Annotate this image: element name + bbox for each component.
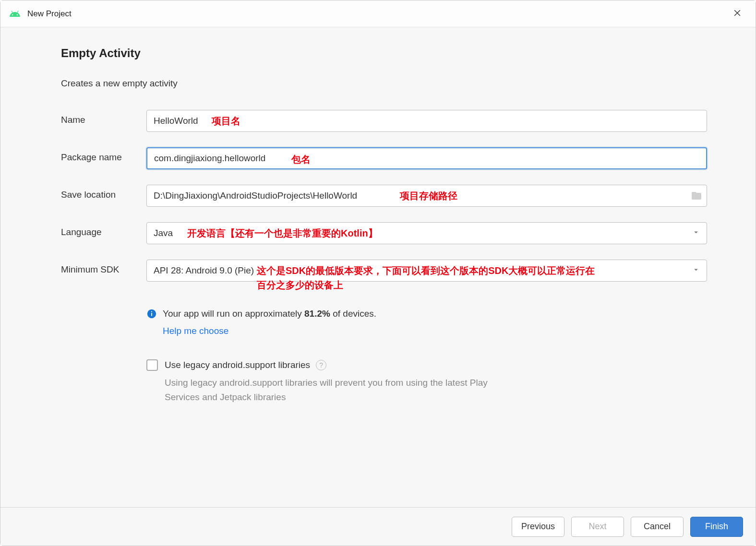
android-icon <box>9 8 21 20</box>
help-icon[interactable]: ? <box>316 360 326 370</box>
window-title: New Project <box>27 9 728 19</box>
close-icon[interactable] <box>728 5 747 23</box>
button-bar: Previous Next Cancel Finish <box>0 507 756 546</box>
form-row-save-location: Save location 项目存储路径 <box>61 185 712 207</box>
folder-icon[interactable] <box>691 190 702 202</box>
form-row-package: Package name 包名 <box>61 147 712 169</box>
language-label: Language <box>61 222 146 237</box>
legacy-checkbox-row: Use legacy android.support libraries ? U… <box>146 359 707 405</box>
legacy-checkbox[interactable] <box>146 359 158 371</box>
finish-button[interactable]: Finish <box>690 517 743 537</box>
content-area: Empty Activity Creates a new empty activ… <box>0 27 756 507</box>
cancel-button[interactable]: Cancel <box>631 517 684 537</box>
min-sdk-select[interactable]: API 28: Android 9.0 (Pie) <box>146 260 707 282</box>
next-button: Next <box>571 517 624 537</box>
titlebar: New Project <box>0 0 756 27</box>
name-input[interactable] <box>146 110 707 132</box>
svg-rect-1 <box>151 313 152 316</box>
form-row-min-sdk: Minimum SDK API 28: Android 9.0 (Pie) 这个… <box>61 260 712 405</box>
sdk-info-line: Your app will run on approximately 81.2%… <box>146 309 707 319</box>
page-heading: Empty Activity <box>61 47 712 60</box>
new-project-dialog: New Project Empty Activity Creates a new… <box>0 0 756 546</box>
language-select[interactable]: Java <box>146 222 707 244</box>
min-sdk-value: API 28: Android 9.0 (Pie) <box>154 265 254 276</box>
help-me-choose-link[interactable]: Help me choose <box>163 326 228 336</box>
save-location-label: Save location <box>61 185 146 200</box>
form-row-language: Language Java 开发语言【还有一个也是非常重要的Kotlin】 <box>61 222 712 244</box>
sdk-info-text: Your app will run on approximately 81.2%… <box>163 309 376 319</box>
legacy-checkbox-label: Use legacy android.support libraries <box>165 360 310 370</box>
name-label: Name <box>61 110 146 125</box>
package-label: Package name <box>61 147 146 163</box>
svg-rect-2 <box>151 311 152 312</box>
language-value: Java <box>154 228 173 238</box>
info-icon <box>146 309 157 319</box>
min-sdk-label: Minimum SDK <box>61 260 146 275</box>
previous-button[interactable]: Previous <box>512 517 564 537</box>
page-subtitle: Creates a new empty activity <box>61 78 712 89</box>
save-location-input[interactable] <box>146 185 707 207</box>
legacy-desc: Using legacy android.support libraries w… <box>165 376 491 405</box>
package-input[interactable] <box>146 147 707 169</box>
form-row-name: Name 项目名 <box>61 110 712 132</box>
